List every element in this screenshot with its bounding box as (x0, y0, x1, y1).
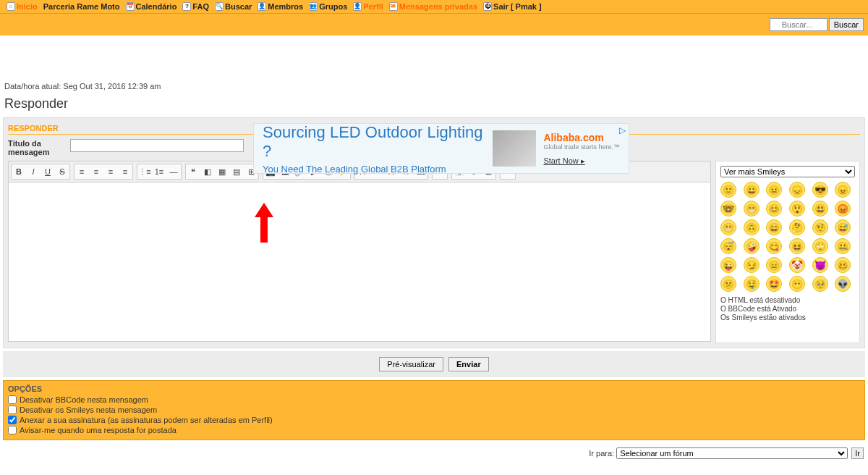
smiley-more-select[interactable]: Ver mais Smileys (720, 166, 855, 177)
ad-logo: Alibaba.com (543, 132, 620, 143)
nav-calendario[interactable]: 📅Calendário (124, 2, 179, 11)
options-header: OPÇÕES (8, 383, 860, 395)
message-body-textarea[interactable] (8, 182, 711, 342)
ad-banner[interactable]: ▷ Sourcing LED Outdoor Lighting ? You Ne… (253, 123, 629, 174)
smiley-face[interactable]: 😑 (766, 257, 782, 273)
send-button[interactable]: Enviar (448, 357, 489, 371)
smiley-panel: Ver mais Smileys 🙂😀😐😞😎😠🤓😁😊😲😃😡😬🙃😄🤔🤨😅😴🤪😋😆🙄… (715, 161, 860, 343)
align-left-button[interactable]: ≡ (75, 164, 89, 179)
hidden-button[interactable]: ▤ (229, 164, 244, 179)
ad-headline: Sourcing LED Outdoor Lighting ? (263, 123, 485, 161)
ad-subline: You Need The Leading Global B2B Platform (263, 164, 485, 175)
smiley-face[interactable]: 😜 (720, 257, 736, 273)
smiley-face[interactable]: 😄 (766, 219, 782, 235)
title-label: Título da mensagem (8, 139, 66, 156)
smiley-face[interactable]: 😋 (766, 238, 782, 254)
smiley-face[interactable]: 😏 (744, 257, 760, 273)
smiley-face[interactable]: 😁 (744, 201, 760, 217)
smiley-face[interactable]: 🤩 (766, 276, 782, 292)
opt-label: Anexar a sua assinatura (as assinaturas … (20, 416, 273, 424)
quote-button[interactable]: ❝ (186, 164, 200, 179)
align-right-button[interactable]: ≡ (103, 164, 118, 179)
strike-button[interactable]: S (55, 164, 69, 179)
smiley-face[interactable]: 😡 (835, 201, 851, 217)
smiley-face[interactable]: 😠 (835, 182, 851, 198)
ad-product-image (493, 130, 536, 167)
smiley-face[interactable]: 🤔 (789, 219, 805, 235)
opt-disable-smileys[interactable] (8, 405, 17, 414)
bold-button[interactable]: B (12, 164, 26, 179)
adchoices-icon[interactable]: ▷ (619, 125, 626, 135)
question-icon: ? (182, 2, 191, 11)
underline-button[interactable]: U (41, 164, 55, 179)
search-bar: Buscar (0, 14, 868, 35)
italic-button[interactable]: I (26, 164, 41, 179)
smiley-face[interactable]: 😊 (766, 201, 782, 217)
page-title: Responder (0, 93, 868, 117)
svg-marker-0 (255, 203, 273, 243)
smiley-face[interactable]: 😬 (720, 219, 736, 235)
smiley-face[interactable]: 😈 (812, 257, 828, 273)
unordered-list-button[interactable]: ⋮≡ (137, 164, 152, 179)
nav-parceria[interactable]: Parceria Rame Moto (41, 2, 122, 11)
group-icon: 👥 (309, 2, 318, 11)
ad-cta[interactable]: Start Now ▸ (543, 156, 620, 166)
smiley-face[interactable]: 🤡 (789, 257, 805, 273)
smiley-face[interactable]: 🥴 (835, 257, 851, 273)
status-smileys: Os Smileys estão ativados (720, 314, 855, 321)
nav-buscar[interactable]: 🔍Buscar (213, 2, 254, 11)
opt-attach-signature[interactable] (8, 416, 17, 424)
ordered-list-button[interactable]: 1≡ (152, 164, 166, 179)
search-button[interactable]: Buscar (829, 18, 864, 31)
smiley-face[interactable]: 😴 (720, 238, 736, 254)
options-panel: OPÇÕES Desativar BBCode nesta mensagem D… (3, 380, 865, 440)
smiley-face[interactable]: 😕 (720, 276, 736, 292)
hr-button[interactable]: — (166, 164, 181, 179)
smiley-face[interactable]: 😲 (789, 201, 805, 217)
ad-tagline: Global trade starts here.™ (543, 143, 620, 151)
jump-select[interactable]: Selecionar um fórum (616, 447, 848, 459)
align-justify-button[interactable]: ≡ (118, 164, 132, 179)
spoiler-button[interactable]: ▦ (215, 164, 229, 179)
opt-label: Desativar os Smileys nesta mensagem (20, 405, 157, 414)
preview-button[interactable]: Pré-visualizar (379, 357, 443, 371)
smiley-face[interactable]: 😆 (789, 238, 805, 254)
status-html: O HTML está desativado (720, 296, 855, 304)
smiley-face[interactable]: 🤓 (720, 201, 736, 217)
logout-icon: ⏻ (483, 2, 492, 11)
smiley-face[interactable]: 👽 (835, 276, 851, 292)
nav-sair[interactable]: ⏻Sair [ Pmak ] (481, 2, 544, 11)
align-center-button[interactable]: ≡ (89, 164, 103, 179)
nav-membros[interactable]: 👤Membros (255, 2, 305, 11)
smiley-face[interactable]: 🙂 (720, 182, 736, 198)
code-button[interactable]: ◧ (200, 164, 215, 179)
annotation-arrow-icon (253, 203, 275, 246)
smiley-face[interactable]: 😎 (812, 182, 828, 198)
smiley-face[interactable]: 🤤 (744, 276, 760, 292)
smiley-face[interactable]: 🤪 (744, 238, 760, 254)
action-buttons: Pré-visualizar Enviar (3, 351, 865, 377)
search-input[interactable] (770, 18, 827, 31)
smiley-face[interactable]: 🥺 (812, 276, 828, 292)
nav-perfil[interactable]: 👤Perfil (351, 2, 386, 11)
nav-grupos[interactable]: 👥Grupos (307, 2, 349, 11)
smiley-face[interactable]: 😅 (835, 219, 851, 235)
nav-mensagens[interactable]: ✉Mensagens privadas (387, 2, 480, 11)
message-title-input[interactable] (70, 139, 244, 152)
opt-disable-bbcode[interactable] (8, 395, 17, 404)
mail-icon: ✉ (389, 2, 398, 11)
smiley-face[interactable]: 🙄 (812, 238, 828, 254)
jump-go-button[interactable]: Ir (851, 447, 864, 459)
smiley-face[interactable]: 😞 (789, 182, 805, 198)
opt-notify-reply[interactable] (8, 426, 17, 434)
smiley-face[interactable]: 😀 (744, 182, 760, 198)
nav-faq[interactable]: ?FAQ (180, 2, 211, 11)
smiley-face[interactable]: 🤨 (812, 219, 828, 235)
smiley-face[interactable]: 😃 (812, 201, 828, 217)
smiley-face[interactable]: 🙃 (744, 219, 760, 235)
smiley-face[interactable]: 😐 (766, 182, 782, 198)
smiley-face[interactable]: 🤐 (835, 238, 851, 254)
smiley-face[interactable]: 😶 (789, 276, 805, 292)
nav-inicio[interactable]: ⌂Início (4, 2, 40, 11)
opt-label: Desativar BBCode nesta mensagem (20, 395, 148, 404)
